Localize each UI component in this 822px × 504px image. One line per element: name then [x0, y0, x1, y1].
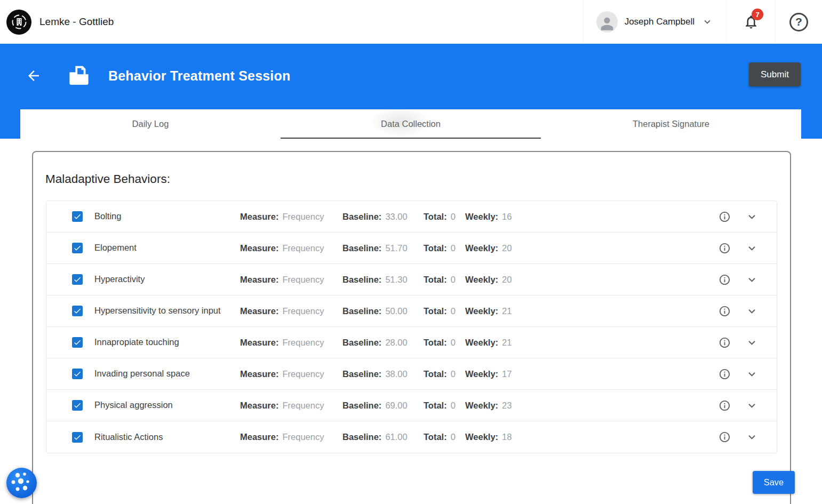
expand-row-button[interactable] [745, 399, 759, 412]
row-actions [719, 399, 766, 412]
total-metric: Total:0 [424, 212, 465, 222]
total-metric: Total:0 [424, 338, 465, 348]
page-header-row: Behavior Treatment Session [0, 44, 822, 108]
user-menu[interactable]: Joseph Campbell [583, 0, 726, 44]
expand-row-button[interactable] [745, 273, 759, 286]
expand-row-button[interactable] [745, 242, 759, 255]
behavior-row: Hypersensitivity to sensory input Measur… [46, 295, 777, 327]
info-icon [719, 211, 731, 223]
baseline-metric: Baseline:69.00 [342, 401, 424, 411]
baseline-metric: Baseline:38.00 [342, 369, 424, 379]
info-button[interactable] [719, 242, 731, 254]
expand-row-button[interactable] [745, 210, 759, 223]
row-actions [719, 305, 766, 318]
total-metric: Total:0 [424, 401, 465, 411]
total-value: 0 [451, 212, 456, 221]
weekly-metric: Weekly:20 [465, 275, 521, 285]
total-label: Total: [424, 432, 447, 442]
expand-row-button[interactable] [745, 305, 759, 318]
notifications-button[interactable]: 7 [726, 0, 775, 44]
weekly-label: Weekly: [465, 432, 498, 442]
measure-metric: Measure:Frequency [240, 306, 342, 316]
info-button[interactable] [719, 399, 731, 412]
weekly-label: Weekly: [465, 275, 498, 284]
weekly-label: Weekly: [465, 243, 498, 253]
tab-therapist-signature[interactable]: Therapist Signature [541, 109, 801, 139]
measure-label: Measure: [240, 212, 278, 221]
behavior-name: Innapropiate touching [94, 335, 240, 349]
tab-data-collection[interactable]: Data Collection [281, 109, 541, 139]
save-button[interactable]: Save [753, 471, 795, 494]
behavior-name: Ritualistic Actions [94, 430, 240, 444]
help-button[interactable]: ? [775, 0, 822, 44]
weekly-metric: Weekly:20 [465, 243, 521, 253]
behavior-row: Ritualistic Actions Measure:Frequency Ba… [46, 421, 777, 453]
measure-metric: Measure:Frequency [240, 243, 342, 253]
behavior-name: Elopement [94, 241, 240, 255]
weekly-label: Weekly: [465, 306, 498, 316]
baseline-label: Baseline: [342, 243, 381, 253]
widget-launcher-button[interactable] [6, 468, 37, 498]
total-value: 0 [451, 243, 456, 253]
total-label: Total: [424, 401, 447, 410]
behavior-row: Bolting Measure:Frequency Baseline:33.00… [46, 201, 777, 233]
baseline-metric: Baseline:28.00 [342, 338, 424, 348]
measure-metric: Measure:Frequency [240, 432, 342, 442]
measure-label: Measure: [240, 432, 278, 442]
tab-bar: Daily Log Data Collection Therapist Sign… [20, 109, 801, 139]
check-icon [73, 275, 82, 284]
baseline-metric: Baseline:51.70 [342, 243, 424, 253]
measure-label: Measure: [240, 369, 278, 379]
row-checkbox[interactable] [72, 337, 83, 348]
behavior-row: Invading personal space Measure:Frequenc… [46, 358, 777, 390]
baseline-metric: Baseline:51.30 [342, 275, 424, 285]
expand-row-button[interactable] [745, 367, 759, 381]
info-button[interactable] [719, 431, 731, 443]
info-icon [719, 399, 731, 412]
info-button[interactable] [719, 211, 731, 223]
row-checkbox[interactable] [72, 306, 83, 316]
total-value: 0 [451, 369, 456, 379]
total-metric: Total:0 [424, 306, 465, 316]
info-button[interactable] [719, 368, 731, 380]
behavior-name: Invading personal space [94, 367, 240, 381]
total-value: 0 [451, 432, 456, 442]
measure-label: Measure: [240, 243, 278, 253]
info-button[interactable] [719, 274, 731, 286]
expand-row-button[interactable] [745, 430, 759, 444]
behavior-row: Elopement Measure:Frequency Baseline:51.… [46, 233, 777, 264]
tab-daily-log[interactable]: Daily Log [20, 109, 281, 139]
main-content: Maladaptive Behaviors: Bolting Measure:F… [0, 151, 822, 504]
behavior-name: Physical aggression [94, 398, 240, 412]
row-checkbox[interactable] [72, 369, 83, 379]
info-button[interactable] [719, 337, 731, 349]
behavior-name: Hyperactivity [94, 273, 240, 286]
row-checkbox[interactable] [72, 211, 83, 222]
submit-button[interactable]: Submit [749, 62, 801, 86]
baseline-label: Baseline: [342, 369, 381, 379]
measure-metric: Measure:Frequency [240, 275, 342, 285]
measure-label: Measure: [240, 306, 278, 316]
back-button[interactable] [24, 66, 43, 85]
row-checkbox[interactable] [72, 400, 83, 411]
baseline-value: 33.00 [385, 212, 407, 221]
check-icon [73, 307, 82, 315]
row-metrics: Measure:Frequency Baseline:61.00 Total:0… [240, 432, 521, 442]
info-button[interactable] [719, 305, 731, 317]
row-metrics: Measure:Frequency Baseline:33.00 Total:0… [240, 212, 521, 222]
row-checkbox[interactable] [72, 274, 83, 285]
info-icon [719, 337, 731, 349]
chevron-down-icon [745, 430, 759, 444]
row-checkbox[interactable] [72, 243, 83, 253]
weekly-metric: Weekly:18 [465, 432, 521, 442]
total-metric: Total:0 [424, 275, 465, 285]
top-bar: Lemke - Gottlieb Joseph Campbell 7 ? [0, 0, 822, 44]
row-checkbox[interactable] [72, 432, 83, 443]
measure-value: Frequency [282, 401, 324, 410]
folder-documents-icon [66, 63, 92, 88]
row-actions [719, 273, 766, 286]
row-metrics: Measure:Frequency Baseline:69.00 Total:0… [240, 401, 521, 411]
check-icon [73, 338, 82, 347]
measure-label: Measure: [240, 401, 278, 410]
expand-row-button[interactable] [745, 336, 759, 349]
